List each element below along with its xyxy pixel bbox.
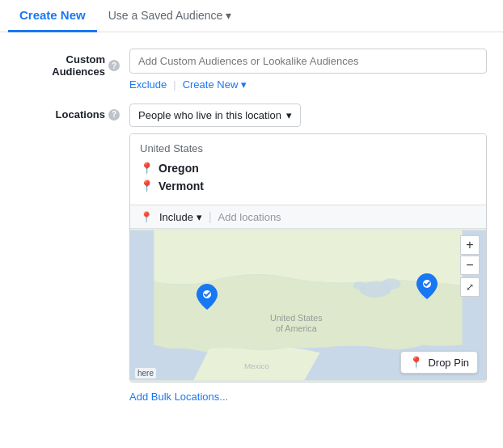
location-pin-icon: 📍 [140,211,153,223]
locations-content: People who live in this location ▾ Unite… [129,104,487,403]
location-dropdown-label: People who live in this location [138,109,281,121]
pin-icon: 📍 [140,162,154,175]
locations-info-icon[interactable]: ? [108,109,120,120]
add-bulk-link[interactable]: Add Bulk Locations... [129,391,228,403]
add-locations-text[interactable]: Add locations [218,211,476,223]
tab-use-saved[interactable]: Use a Saved Audience ▾ [97,1,243,32]
custom-audiences-content: Exclude | Create New ▾ [129,49,487,91]
include-button[interactable]: Include ▾ [159,211,202,223]
tab-create-new-label: Create New [19,8,86,22]
location-type-dropdown[interactable]: People who live in this location ▾ [129,104,301,127]
locations-box: United States 📍 Oregon 📍 Vermont 📍 Inclu… [129,133,487,382]
chevron-down-icon: ▾ [241,78,247,91]
zoom-out-button[interactable]: − [460,256,480,275]
svg-text:United States: United States [270,313,323,323]
pin-icon: 📍 [409,356,423,369]
exclude-link[interactable]: Exclude [129,78,167,91]
location-name: Vermont [159,180,204,192]
tab-use-saved-label: Use a Saved Audience [108,9,223,22]
pipe-divider: | [173,78,175,91]
location-country: United States [140,142,476,154]
tab-bar: Create New Use a Saved Audience ▾ [0,0,503,32]
drop-pin-button[interactable]: 📍 Drop Pin [400,351,478,374]
include-label: Include [159,211,193,223]
zoom-in-button[interactable]: + [460,235,480,255]
add-bulk-locations: Add Bulk Locations... [129,391,487,403]
custom-audiences-info-icon[interactable]: ? [108,60,120,71]
tab-create-new[interactable]: Create New [8,0,97,32]
svg-text:of America: of America [276,323,317,333]
location-list: United States 📍 Oregon 📍 Vermont [130,134,486,205]
custom-audiences-input[interactable] [129,49,487,74]
map-container: United States of America Mexico [130,228,486,382]
create-new-button[interactable]: Create New ▾ [183,78,247,91]
custom-audiences-row: Custom Audiences ? Exclude | Create New … [16,49,487,91]
drop-pin-label: Drop Pin [428,357,469,369]
locations-row: Locations ? People who live in this loca… [16,104,487,403]
list-item: 📍 Vermont [140,177,476,195]
pin-icon: 📍 [140,180,154,192]
audience-actions: Exclude | Create New ▾ [129,78,487,91]
location-name: Oregon [159,162,199,175]
main-content: Custom Audiences ? Exclude | Create New … [0,32,503,424]
include-bar: 📍 Include ▾ | Add locations [130,205,486,228]
chevron-down-icon: ▾ [197,211,202,223]
chevron-down-icon: ▾ [286,109,292,121]
custom-audiences-label: Custom Audiences ? [16,49,129,78]
here-watermark: here [135,368,156,378]
fullscreen-button[interactable]: ⤢ [460,277,480,297]
svg-text:Mexico: Mexico [244,361,270,370]
map-controls: + − ⤢ [460,235,480,297]
list-item: 📍 Oregon [140,159,476,177]
locations-label: Locations ? [16,104,129,120]
include-divider: | [209,210,212,223]
chevron-down-icon: ▾ [226,9,231,22]
oregon-marker [197,284,218,312]
svg-point-2 [382,278,400,290]
svg-point-3 [353,281,366,290]
vermont-marker [416,273,437,302]
